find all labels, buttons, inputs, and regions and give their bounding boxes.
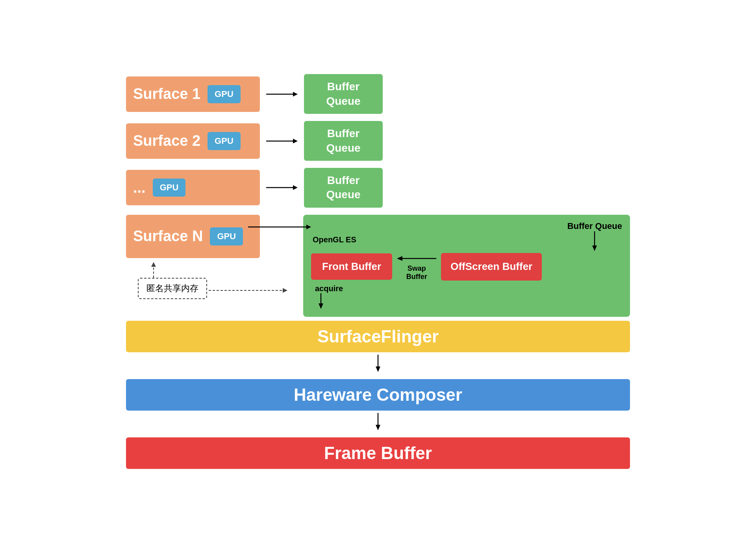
swap-label: SwapBuffer <box>406 264 427 281</box>
anon-label: 匿名共享内存 <box>146 283 198 293</box>
svg-marker-11 <box>306 225 311 229</box>
anon-section: 匿名共享内存 <box>138 262 295 299</box>
surface-n-box: Surface N GPU <box>126 215 260 258</box>
surface-n-gpu: GPU <box>210 227 243 245</box>
svg-marker-9 <box>283 288 287 293</box>
main-diagram: Surface 1 GPU BufferQueue Surface 2 GPU … <box>102 58 654 484</box>
sf-to-hw-arrow <box>126 355 630 372</box>
acquire-section: acquire <box>315 284 622 309</box>
hw-to-fb-arrow <box>126 413 630 430</box>
svg-marker-1 <box>293 92 298 97</box>
surface1-row: Surface 1 GPU BufferQueue <box>126 74 630 114</box>
swap-arrow-svg <box>397 253 436 264</box>
surface-n-full-section: Surface N GPU 匿名共享内存 <box>126 215 630 317</box>
surface-dots-gpu: GPU <box>153 179 186 197</box>
bq-down-arrow <box>589 231 600 251</box>
hw-composer-bar: Hareware Composer <box>126 379 630 411</box>
green-box-top: OpenGL ES Buffer Queue <box>311 221 622 251</box>
surface1-gpu: GPU <box>208 85 241 103</box>
frame-buffer-bar: Frame Buffer <box>126 437 630 469</box>
surfaceflinger-bar: SurfaceFlinger <box>126 321 630 352</box>
dashed-right-arrow <box>209 283 295 298</box>
surface2-box: Surface 2 GPU <box>126 123 260 159</box>
acquire-arrow <box>315 293 327 309</box>
surface2-arrow <box>266 135 298 147</box>
buffers-row: Front Buffer SwapBuffer OffScreen Buffer <box>311 253 622 281</box>
surface-dots-arrow <box>266 182 298 193</box>
svg-marker-15 <box>397 256 402 261</box>
sf-to-hw-arrow-svg <box>372 355 384 372</box>
frame-buffer-label: Frame Buffer <box>324 443 432 463</box>
swap-arrow-section: SwapBuffer <box>397 253 436 281</box>
opengl-section: OpenGL ES <box>311 221 356 246</box>
surface-n-label: Surface N <box>133 228 203 245</box>
surface-dots-row: ... GPU BufferQueue <box>126 168 630 208</box>
svg-marker-17 <box>319 303 323 309</box>
surface2-row: Surface 2 GPU BufferQueue <box>126 121 630 161</box>
surface2-label: Surface 2 <box>133 132 200 149</box>
front-buffer-label: Front Buffer <box>322 260 381 272</box>
svg-marker-3 <box>293 139 298 143</box>
bq-right-section: Buffer Queue <box>567 221 622 251</box>
surface-dots-box: ... GPU <box>126 170 260 205</box>
hw-to-fb-arrow-svg <box>372 413 384 430</box>
green-compositor-box: OpenGL ES Buffer Queue Front Buffer <box>303 215 630 317</box>
offscreen-buffer-box: OffScreen Buffer <box>441 253 542 281</box>
surfaceflinger-label: SurfaceFlinger <box>317 327 439 346</box>
surface2-buffer-queue: BufferQueue <box>304 121 383 161</box>
opengl-label: OpenGL ES <box>313 235 356 244</box>
buffer-queue-top-label: Buffer Queue <box>567 221 622 231</box>
surface1-arrow <box>266 88 298 100</box>
acquire-label: acquire <box>315 284 343 293</box>
svg-marker-5 <box>293 185 298 190</box>
offscreen-buffer-label: OffScreen Buffer <box>450 260 532 272</box>
svg-marker-19 <box>376 366 380 372</box>
gpu-to-green-arrow-row <box>248 221 356 233</box>
svg-marker-21 <box>376 425 380 430</box>
surface2-gpu: GPU <box>208 132 241 150</box>
front-buffer-box: Front Buffer <box>311 253 392 280</box>
surface-dots-buffer-queue: BufferQueue <box>304 168 383 208</box>
anon-shared-memory-box: 匿名共享内存 <box>138 278 207 299</box>
hw-composer-label: Hareware Composer <box>294 385 462 405</box>
surface1-label: Surface 1 <box>133 86 200 102</box>
surface-dots-label: ... <box>133 179 146 196</box>
surface1-buffer-queue: BufferQueue <box>304 74 383 114</box>
svg-marker-13 <box>592 245 597 251</box>
gpu-arrow-svg <box>248 221 311 233</box>
dashed-up-arrow <box>142 262 165 278</box>
svg-marker-7 <box>151 262 156 267</box>
surface1-box: Surface 1 GPU <box>126 76 260 112</box>
